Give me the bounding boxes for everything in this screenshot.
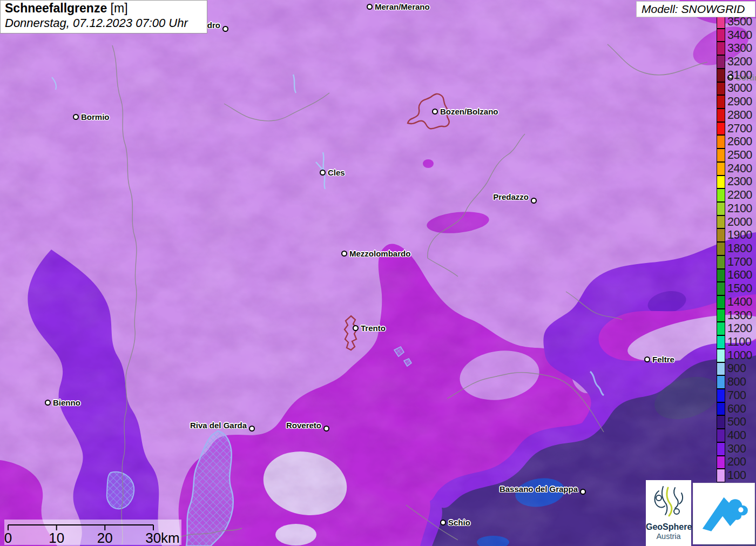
city-marker	[249, 426, 255, 432]
city-marker	[320, 170, 326, 176]
city-label: Trento	[361, 323, 386, 333]
title-unit: [m]	[111, 1, 128, 15]
scalebar-ruler: 0102030km	[4, 520, 181, 545]
scalebar-tick-label: 10	[49, 530, 64, 545]
city-marker	[367, 4, 373, 10]
geosphere-country: Austria	[646, 532, 691, 541]
map-title: Schneefallgrenze [m]	[5, 1, 202, 16]
city-marker	[353, 325, 359, 331]
city-label: Cles	[328, 168, 345, 177]
city-marker	[45, 400, 51, 406]
city-label: Riva del Garda	[190, 421, 247, 430]
city-marker	[440, 520, 446, 525]
geosphere-name: GeoSphere	[646, 522, 691, 532]
mountain-cloud-logo-icon	[693, 483, 754, 544]
city-label: Meran/Merano	[375, 2, 430, 11]
city-label: Schio	[448, 518, 470, 527]
city-marker	[644, 356, 650, 362]
title-box: Schneefallgrenze [m] Donnerstag, 07.12.2…	[0, 0, 207, 33]
city-marker	[432, 109, 438, 114]
map-datetime: Donnerstag, 07.12.2023 07:00 Uhr	[5, 16, 202, 30]
geosphere-logo-box: GeoSphere Austria	[646, 480, 691, 546]
city-marker	[222, 26, 228, 32]
snowfall-map: ndroMeran/MeranoBormioBozen/BolzanoClesP…	[0, 0, 756, 546]
title-text: Schneefallgrenze	[5, 1, 107, 15]
city-marker	[727, 75, 733, 80]
city-label: Bienno	[53, 398, 80, 407]
city-marker	[73, 114, 79, 120]
scalebar: 0102030km	[4, 520, 181, 545]
city-label: Mezzolombardo	[349, 249, 410, 258]
scalebar-line	[8, 525, 153, 530]
city-label: Bassano del Grappa	[500, 484, 578, 494]
city-label: Bormio	[81, 112, 110, 122]
cities-layer: ndroMeran/MeranoBormioBozen/BolzanoClesP…	[0, 0, 756, 546]
model-label-box: Modell: SNOWGRID	[636, 1, 755, 17]
city-label: Cortin	[735, 73, 756, 82]
city-marker	[341, 251, 347, 257]
city-label: Bozen/Bolzano	[440, 107, 498, 116]
scalebar-tick-label: 30km	[145, 530, 180, 545]
scalebar-tick-label: 0	[4, 530, 12, 545]
city-marker	[531, 198, 537, 204]
city-label: Feltre	[652, 355, 674, 364]
city-label: Predazzo	[493, 192, 529, 201]
partner-logo-box	[693, 483, 755, 544]
city-marker	[323, 426, 329, 432]
scalebar-tick-label: 20	[97, 530, 113, 545]
city-marker	[580, 489, 586, 495]
geosphere-logo-icon	[650, 483, 687, 519]
city-label: Rovereto	[286, 421, 321, 430]
